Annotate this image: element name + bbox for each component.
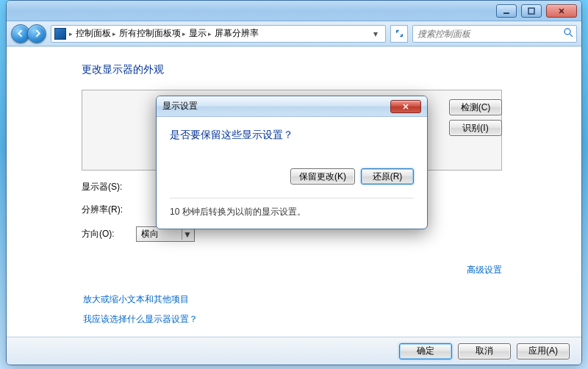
resolution-label: 分辨率(R):	[82, 204, 126, 216]
address-bar[interactable]: ▸ 控制面板 ▸ 所有控制面板项 ▸ 显示 ▸ 屏幕分辨率 ▾	[51, 25, 386, 43]
cancel-button[interactable]: 取消	[458, 343, 511, 359]
svg-point-2	[564, 29, 570, 35]
display-settings-dialog: 显示设置 是否要保留这些显示设置？ 保留更改(K) 还原(R) 10 秒钟后转换…	[156, 96, 428, 229]
svg-rect-0	[503, 12, 509, 14]
revert-button[interactable]: 还原(R)	[361, 168, 414, 184]
window-titlebar[interactable]	[7, 1, 581, 21]
orientation-label: 方向(O):	[82, 228, 126, 240]
detect-button[interactable]: 检测(C)	[449, 99, 502, 115]
breadcrumb-item[interactable]: 所有控制面板项 ▸	[119, 27, 186, 40]
search-box[interactable]	[412, 25, 577, 43]
dialog-heading: 是否要保留这些显示设置？	[170, 129, 414, 142]
orientation-value: 横向	[141, 228, 159, 240]
search-input[interactable]	[416, 28, 563, 40]
dialog-title: 显示设置	[162, 100, 198, 112]
svg-rect-1	[528, 8, 534, 14]
ok-button[interactable]: 确定	[399, 343, 452, 359]
chevron-down-icon: ▼	[182, 229, 193, 240]
breadcrumb-item[interactable]: 屏幕分辨率	[215, 27, 259, 40]
apply-button[interactable]: 应用(A)	[517, 343, 570, 359]
text-size-link[interactable]: 放大或缩小文本和其他项目	[83, 293, 198, 306]
search-icon[interactable]	[563, 27, 573, 40]
which-display-link[interactable]: 我应该选择什么显示器设置？	[83, 313, 198, 326]
window-close-button[interactable]	[546, 4, 577, 18]
divider	[170, 198, 414, 198]
dialog-titlebar[interactable]: 显示设置	[157, 96, 427, 117]
dialog-close-button[interactable]	[390, 100, 421, 113]
breadcrumb-item[interactable]: 显示 ▸	[189, 27, 212, 40]
explorer-navbar: ▸ 控制面板 ▸ 所有控制面板项 ▸ 显示 ▸ 屏幕分辨率 ▾	[7, 21, 581, 46]
footer-bar: 确定 取消 应用(A)	[7, 337, 581, 365]
display-label: 显示器(S):	[82, 181, 126, 193]
nav-forward-button[interactable]	[27, 24, 46, 43]
keep-changes-button[interactable]: 保留更改(K)	[290, 168, 355, 184]
page-title: 更改显示器的外观	[82, 63, 581, 76]
minimize-button[interactable]	[496, 4, 517, 18]
breadcrumb-item[interactable]: 控制面板 ▸	[76, 27, 116, 40]
refresh-button[interactable]	[390, 25, 408, 43]
identify-button[interactable]: 识别(I)	[449, 120, 502, 136]
control-panel-icon	[54, 28, 66, 40]
dialog-message: 10 秒钟后转换为以前的显示设置。	[170, 206, 414, 218]
maximize-button[interactable]	[521, 4, 542, 18]
address-dropdown-icon[interactable]: ▾	[369, 29, 382, 39]
advanced-settings-link[interactable]: 高级设置	[467, 264, 502, 276]
